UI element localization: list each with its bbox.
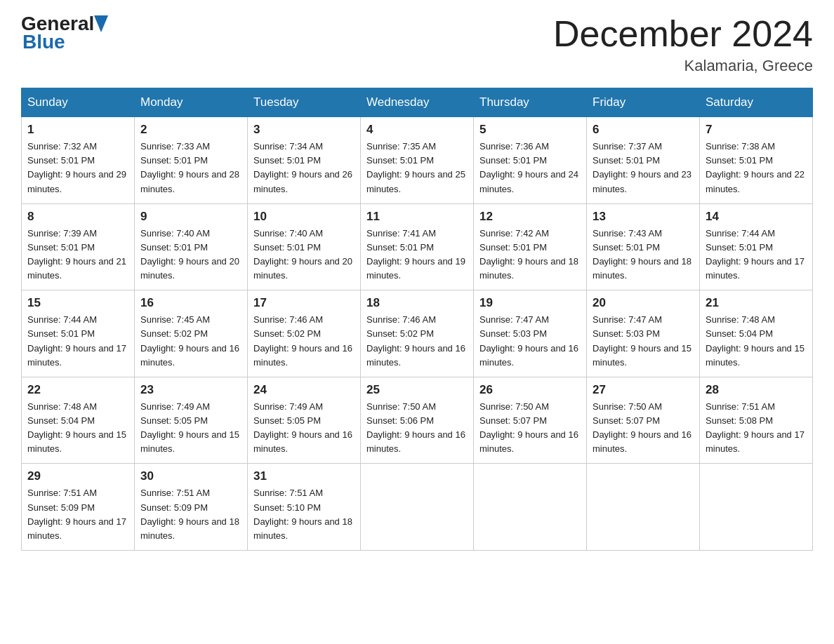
empty-cell-4-6 <box>700 464 813 551</box>
day-cell-9: 9 Sunrise: 7:40 AMSunset: 5:01 PMDayligh… <box>135 203 248 290</box>
day-cell-6: 6 Sunrise: 7:37 AMSunset: 5:01 PMDayligh… <box>587 117 700 204</box>
day-number: 12 <box>479 210 581 224</box>
day-number: 26 <box>479 383 581 397</box>
day-cell-3: 3 Sunrise: 7:34 AMSunset: 5:01 PMDayligh… <box>248 117 361 204</box>
day-cell-25: 25 Sunrise: 7:50 AMSunset: 5:06 PMDaylig… <box>361 377 474 464</box>
day-info: Sunrise: 7:51 AMSunset: 5:10 PMDaylight:… <box>253 488 352 540</box>
day-cell-29: 29 Sunrise: 7:51 AMSunset: 5:09 PMDaylig… <box>22 464 135 551</box>
day-cell-4: 4 Sunrise: 7:35 AMSunset: 5:01 PMDayligh… <box>361 117 474 204</box>
day-info: Sunrise: 7:39 AMSunset: 5:01 PMDaylight:… <box>27 228 126 281</box>
day-info: Sunrise: 7:49 AMSunset: 5:05 PMDaylight:… <box>140 401 239 454</box>
day-number: 3 <box>253 123 355 137</box>
day-cell-7: 7 Sunrise: 7:38 AMSunset: 5:01 PMDayligh… <box>700 117 813 204</box>
day-info: Sunrise: 7:47 AMSunset: 5:03 PMDaylight:… <box>479 314 578 367</box>
day-cell-11: 11 Sunrise: 7:41 AMSunset: 5:01 PMDaylig… <box>361 203 474 290</box>
day-info: Sunrise: 7:35 AMSunset: 5:01 PMDaylight:… <box>366 141 465 194</box>
day-info: Sunrise: 7:46 AMSunset: 5:02 PMDaylight:… <box>366 314 465 367</box>
week-row-2: 8 Sunrise: 7:39 AMSunset: 5:01 PMDayligh… <box>22 203 813 290</box>
day-number: 31 <box>253 469 355 483</box>
weekday-wednesday: Wednesday <box>361 88 474 117</box>
weekday-friday: Friday <box>587 88 700 117</box>
day-number: 23 <box>140 383 241 397</box>
day-cell-2: 2 Sunrise: 7:33 AMSunset: 5:01 PMDayligh… <box>135 117 248 204</box>
weekday-monday: Monday <box>135 88 248 117</box>
day-number: 28 <box>706 383 807 397</box>
day-number: 15 <box>27 296 128 310</box>
weekday-header-row: SundayMondayTuesdayWednesdayThursdayFrid… <box>22 88 813 117</box>
weekday-saturday: Saturday <box>700 88 813 117</box>
day-info: Sunrise: 7:48 AMSunset: 5:04 PMDaylight:… <box>706 314 805 367</box>
day-cell-26: 26 Sunrise: 7:50 AMSunset: 5:07 PMDaylig… <box>474 377 587 464</box>
svg-marker-0 <box>94 15 108 32</box>
day-cell-23: 23 Sunrise: 7:49 AMSunset: 5:05 PMDaylig… <box>135 377 248 464</box>
day-info: Sunrise: 7:33 AMSunset: 5:01 PMDaylight:… <box>140 141 239 194</box>
empty-cell-4-4 <box>474 464 587 551</box>
day-number: 21 <box>706 296 807 310</box>
day-info: Sunrise: 7:46 AMSunset: 5:02 PMDaylight:… <box>253 314 352 367</box>
day-info: Sunrise: 7:32 AMSunset: 5:01 PMDaylight:… <box>27 141 126 194</box>
weekday-sunday: Sunday <box>22 88 135 117</box>
day-cell-18: 18 Sunrise: 7:46 AMSunset: 5:02 PMDaylig… <box>361 290 474 377</box>
day-number: 18 <box>366 296 468 310</box>
day-number: 20 <box>593 296 694 310</box>
calendar-table: SundayMondayTuesdayWednesdayThursdayFrid… <box>21 88 813 551</box>
logo-blue-text: Blue <box>21 31 65 53</box>
day-info: Sunrise: 7:49 AMSunset: 5:05 PMDaylight:… <box>253 401 352 454</box>
day-info: Sunrise: 7:51 AMSunset: 5:08 PMDaylight:… <box>706 401 805 454</box>
day-number: 17 <box>253 296 355 310</box>
day-info: Sunrise: 7:50 AMSunset: 5:06 PMDaylight:… <box>366 401 465 454</box>
day-number: 13 <box>593 210 694 224</box>
day-info: Sunrise: 7:51 AMSunset: 5:09 PMDaylight:… <box>27 488 126 540</box>
day-info: Sunrise: 7:51 AMSunset: 5:09 PMDaylight:… <box>140 488 239 540</box>
day-number: 8 <box>27 210 128 224</box>
day-number: 9 <box>140 210 241 224</box>
day-cell-30: 30 Sunrise: 7:51 AMSunset: 5:09 PMDaylig… <box>135 464 248 551</box>
day-cell-14: 14 Sunrise: 7:44 AMSunset: 5:01 PMDaylig… <box>700 203 813 290</box>
day-cell-19: 19 Sunrise: 7:47 AMSunset: 5:03 PMDaylig… <box>474 290 587 377</box>
day-info: Sunrise: 7:50 AMSunset: 5:07 PMDaylight:… <box>593 401 691 454</box>
day-number: 16 <box>140 296 241 310</box>
day-number: 25 <box>366 383 468 397</box>
week-row-5: 29 Sunrise: 7:51 AMSunset: 5:09 PMDaylig… <box>22 464 813 551</box>
page-header: General Blue December 2024 Kalamaria, Gr… <box>21 14 813 75</box>
day-number: 27 <box>593 383 694 397</box>
day-info: Sunrise: 7:43 AMSunset: 5:01 PMDaylight:… <box>593 228 691 281</box>
day-number: 30 <box>140 469 241 483</box>
day-info: Sunrise: 7:44 AMSunset: 5:01 PMDaylight:… <box>27 314 126 367</box>
day-cell-31: 31 Sunrise: 7:51 AMSunset: 5:10 PMDaylig… <box>248 464 361 551</box>
day-cell-10: 10 Sunrise: 7:40 AMSunset: 5:01 PMDaylig… <box>248 203 361 290</box>
day-number: 19 <box>479 296 581 310</box>
day-number: 5 <box>479 123 581 137</box>
logo: General Blue <box>21 14 108 53</box>
day-number: 4 <box>366 123 468 137</box>
day-cell-17: 17 Sunrise: 7:46 AMSunset: 5:02 PMDaylig… <box>248 290 361 377</box>
week-row-4: 22 Sunrise: 7:48 AMSunset: 5:04 PMDaylig… <box>22 377 813 464</box>
day-info: Sunrise: 7:38 AMSunset: 5:01 PMDaylight:… <box>706 141 805 194</box>
day-number: 29 <box>27 469 128 483</box>
day-info: Sunrise: 7:40 AMSunset: 5:01 PMDaylight:… <box>140 228 239 281</box>
day-cell-22: 22 Sunrise: 7:48 AMSunset: 5:04 PMDaylig… <box>22 377 135 464</box>
day-number: 6 <box>593 123 694 137</box>
weekday-tuesday: Tuesday <box>248 88 361 117</box>
weekday-thursday: Thursday <box>474 88 587 117</box>
day-number: 10 <box>253 210 355 224</box>
day-cell-13: 13 Sunrise: 7:43 AMSunset: 5:01 PMDaylig… <box>587 203 700 290</box>
day-number: 11 <box>366 210 468 224</box>
day-cell-28: 28 Sunrise: 7:51 AMSunset: 5:08 PMDaylig… <box>700 377 813 464</box>
empty-cell-4-5 <box>587 464 700 551</box>
day-cell-27: 27 Sunrise: 7:50 AMSunset: 5:07 PMDaylig… <box>587 377 700 464</box>
month-title: December 2024 <box>553 14 813 54</box>
day-number: 2 <box>140 123 241 137</box>
day-info: Sunrise: 7:40 AMSunset: 5:01 PMDaylight:… <box>253 228 352 281</box>
day-info: Sunrise: 7:44 AMSunset: 5:01 PMDaylight:… <box>706 228 805 281</box>
day-info: Sunrise: 7:36 AMSunset: 5:01 PMDaylight:… <box>479 141 578 194</box>
day-info: Sunrise: 7:42 AMSunset: 5:01 PMDaylight:… <box>479 228 578 281</box>
day-number: 24 <box>253 383 355 397</box>
day-cell-8: 8 Sunrise: 7:39 AMSunset: 5:01 PMDayligh… <box>22 203 135 290</box>
day-cell-1: 1 Sunrise: 7:32 AMSunset: 5:01 PMDayligh… <box>22 117 135 204</box>
week-row-1: 1 Sunrise: 7:32 AMSunset: 5:01 PMDayligh… <box>22 117 813 204</box>
day-info: Sunrise: 7:47 AMSunset: 5:03 PMDaylight:… <box>593 314 691 367</box>
day-number: 1 <box>27 123 128 137</box>
day-number: 22 <box>27 383 128 397</box>
logo-arrow-icon <box>94 15 108 32</box>
